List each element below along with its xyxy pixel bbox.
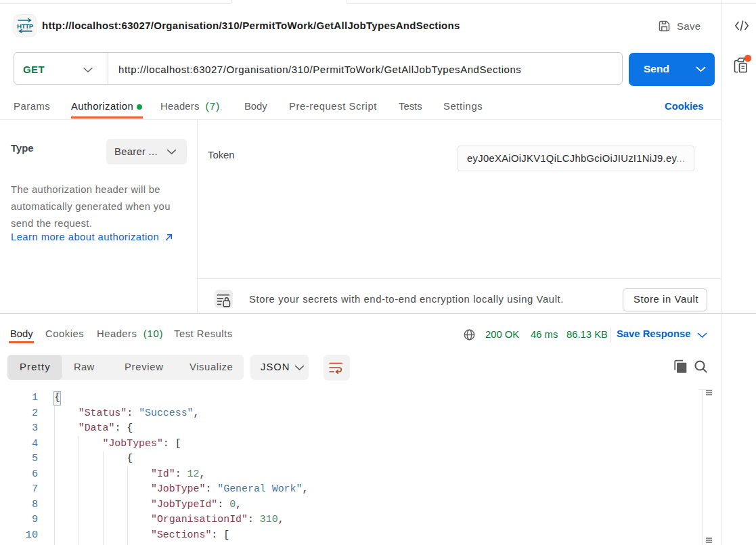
svg-text:HTTP: HTTP — [17, 22, 34, 30]
